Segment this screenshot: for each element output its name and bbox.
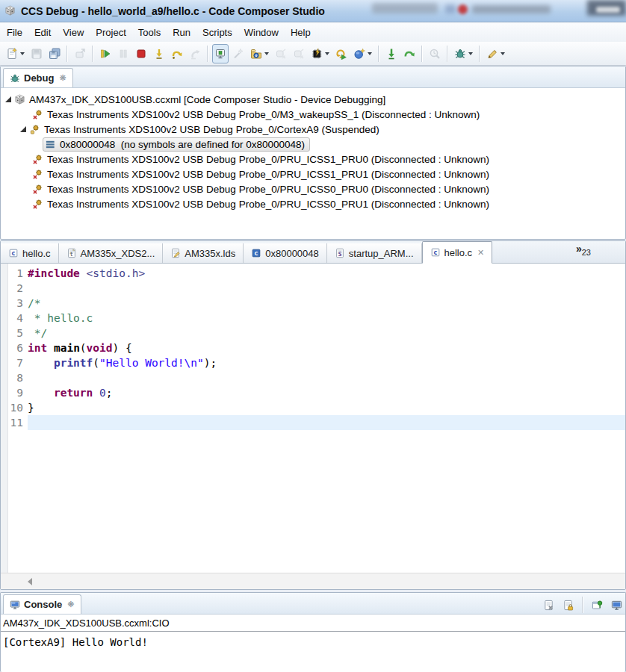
close-icon[interactable]: ❋ [67, 600, 74, 609]
toolbar-separator [421, 46, 423, 62]
c-file-icon: c [430, 247, 441, 258]
new-button[interactable] [4, 44, 27, 63]
title-bar[interactable]: CCS Debug - hello_world_a9/hello.c - Cod… [0, 0, 626, 22]
debug-tree-item[interactable]: Texas Instruments XDS100v2 USB Debug Pro… [1, 152, 625, 167]
tab-overflow-button[interactable]: »23 [576, 243, 591, 255]
toolbar-separator [207, 46, 208, 62]
chevron-down-icon[interactable] [264, 52, 269, 55]
chevron-down-icon[interactable] [368, 52, 372, 55]
editor-tab-am335x-xds2-[interactable]: tAM335x_XDS2... [59, 243, 164, 263]
menu-run[interactable]: Run [167, 25, 197, 40]
console-output[interactable]: [CortexA9] Hello World! [1, 632, 625, 653]
asm-step-over-icon [403, 48, 415, 60]
code-text[interactable]: return 0; [28, 385, 625, 400]
code-line[interactable]: 7 printf("Hello World!\n"); [1, 355, 625, 370]
editor-tab-startup-arm-[interactable]: Sstartup_ARM... [327, 243, 422, 263]
scroll-lock-button[interactable] [560, 595, 576, 615]
editor-tab-am335x-lds[interactable]: AM335x.lds [163, 243, 244, 263]
highlight-trace-button[interactable] [484, 44, 507, 63]
debug-tree-item[interactable]: AM437x_IDK_XDS100USB.ccxml [Code Compose… [1, 92, 625, 107]
code-text[interactable]: int main(void) { [28, 340, 625, 355]
debug-tree-item[interactable]: Texas Instruments XDS100v2 USB Debug Pro… [1, 181, 625, 196]
line-number: 7 [1, 355, 28, 370]
stack-frame-icon [45, 139, 56, 150]
step-return-icon [189, 48, 201, 60]
code-line[interactable]: 2 [1, 281, 625, 296]
debug-tree-item[interactable]: Texas Instruments XDS100v2 USB Debug Pro… [1, 122, 625, 137]
chevron-down-icon[interactable] [501, 52, 505, 55]
code-text[interactable]: printf("Hello World!\n"); [28, 355, 625, 370]
debug-tree-item[interactable]: Texas Instruments XDS100v2 USB Debug Pro… [1, 107, 625, 122]
editor-tab-hello-c[interactable]: chello.c✕ [422, 241, 493, 264]
horizontal-scrollbar[interactable] [1, 573, 625, 589]
tab-console[interactable]: Console ❋ [3, 594, 81, 614]
debug-tree-item[interactable]: Texas Instruments XDS100v2 USB Debug Pro… [1, 196, 625, 211]
debug-configurations-button[interactable] [452, 44, 475, 63]
code-line[interactable]: 11 [1, 415, 625, 430]
pin-console-button[interactable] [589, 595, 605, 615]
code-text[interactable]: * hello.c [28, 311, 625, 326]
code-line[interactable]: 9 return 0; [1, 385, 625, 400]
menu-help[interactable]: Help [285, 25, 317, 40]
code-text[interactable]: */ [28, 326, 625, 340]
menu-tools[interactable]: Tools [133, 25, 167, 40]
expand-toggle-icon[interactable] [20, 126, 26, 132]
tab-debug[interactable]: Debug ❋ [3, 68, 73, 87]
code-text[interactable]: } [28, 400, 625, 415]
assembly-step-over-button[interactable] [401, 44, 418, 63]
resume-button[interactable] [97, 44, 114, 63]
step-into-button[interactable] [151, 44, 167, 63]
restart-button[interactable] [333, 44, 350, 63]
selected-stack-frame[interactable]: 0x80000048 (no symbols are defined for 0… [43, 137, 310, 152]
code-line[interactable]: 4 * hello.c [1, 311, 625, 326]
load-program-icon [250, 48, 262, 60]
code-text[interactable] [28, 281, 625, 296]
debug-tree-item[interactable]: Texas Instruments XDS100v2 USB Debug Pro… [1, 167, 625, 181]
reset-cpu-button[interactable] [351, 44, 374, 63]
code-line[interactable]: 6int main(void) { [1, 340, 625, 355]
close-icon[interactable]: ✕ [477, 248, 484, 258]
core-disconnected-icon [32, 199, 43, 210]
show-debug-view-toggle[interactable] [212, 44, 229, 63]
toolbar-separator [92, 46, 93, 62]
svg-text:c: c [255, 249, 258, 257]
code-line[interactable]: 10} [1, 400, 625, 415]
main-toolbar [0, 42, 626, 66]
editor-tab-hello-c[interactable]: chello.c [1, 243, 59, 263]
code-text[interactable]: /* [28, 296, 625, 311]
load-program-button[interactable] [248, 44, 271, 63]
chevron-down-icon[interactable] [468, 52, 473, 55]
code-editor[interactable]: 1#include <stdio.h>23/*4 * hello.c5 */6i… [1, 264, 625, 576]
assembly-step-into-button[interactable] [383, 44, 400, 63]
code-line[interactable]: 8 [1, 370, 625, 385]
terminate-button[interactable] [133, 44, 149, 63]
code-text[interactable] [28, 370, 625, 385]
suspend-button [115, 44, 131, 63]
debug-tree-item-label: 0x80000048 (no symbols are defined for 0… [60, 139, 305, 150]
code-line[interactable]: 3/* [1, 296, 625, 311]
chevron-down-icon[interactable] [325, 52, 329, 55]
menu-scripts[interactable]: Scripts [197, 25, 239, 40]
menu-window[interactable]: Window [239, 25, 285, 40]
code-text[interactable] [28, 415, 625, 430]
scroll-left-icon[interactable] [28, 578, 32, 585]
menu-view[interactable]: View [58, 25, 90, 40]
code-text[interactable]: #include <stdio.h> [28, 266, 625, 281]
code-line[interactable]: 1#include <stdio.h> [1, 266, 625, 281]
editor-tab-label: hello.c [444, 247, 473, 258]
flash-device-button[interactable] [309, 44, 332, 63]
expand-toggle-icon[interactable] [5, 96, 11, 102]
debug-tree-item[interactable]: 0x80000048 (no symbols are defined for 0… [1, 137, 625, 152]
menu-project[interactable]: Project [90, 25, 132, 40]
save-all-button[interactable] [46, 44, 63, 63]
chevron-down-icon[interactable] [20, 52, 25, 55]
step-over-button[interactable] [169, 44, 185, 63]
open-console-button[interactable] [609, 595, 625, 615]
console-tabbar: Console ❋ [1, 593, 625, 615]
editor-tab-0x80000048[interactable]: c0x80000048 [244, 243, 327, 263]
close-icon[interactable]: ❋ [59, 73, 66, 83]
code-line[interactable]: 5 */ [1, 326, 625, 340]
menu-edit[interactable]: Edit [29, 25, 58, 40]
clear-console-button[interactable] [541, 595, 557, 615]
menu-file[interactable]: File [1, 25, 29, 40]
